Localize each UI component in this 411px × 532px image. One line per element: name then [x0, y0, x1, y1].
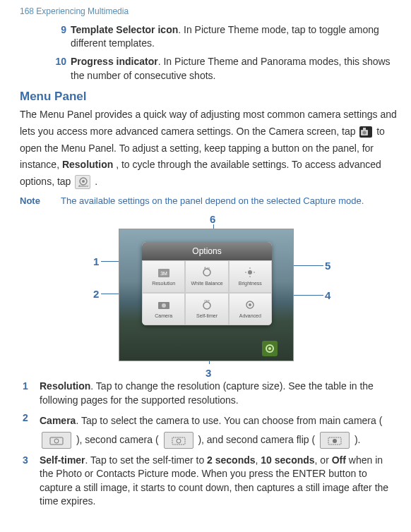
option-label: Resolution — [152, 280, 175, 287]
camera-screenshot: Options 3M Resolution Auto White Balance… — [119, 229, 294, 361]
svg-point-2 — [363, 131, 367, 135]
item-title: Self-timer — [40, 454, 85, 466]
text-seg: . Tap to select the camera to use. You c… — [76, 415, 382, 426]
svg-point-24 — [54, 439, 59, 443]
option-label: Camera — [155, 313, 172, 320]
self-timer-icon: OFF — [197, 298, 217, 311]
svg-text:OFF: OFF — [204, 299, 210, 303]
text-seg: . Tap to set the self-timer to — [85, 454, 207, 466]
item-number: 3 — [23, 454, 35, 509]
options-panel: Options 3M Resolution Auto White Balance… — [142, 242, 272, 325]
callout-2: 2 — [93, 286, 99, 301]
note-row: Note The available settings on the panel… — [20, 195, 397, 207]
list-item-10: 10 Progress indicator. In Picture Theme … — [20, 55, 397, 83]
item-number: 9 — [52, 23, 66, 51]
svg-text:Auto: Auto — [204, 266, 210, 270]
note-text: The available settings on the panel depe… — [61, 195, 397, 207]
resolution-icon: 3M — [154, 266, 174, 279]
callout-5: 5 — [325, 258, 330, 273]
item-text: Camera. Tap to select the camera to use.… — [40, 411, 397, 449]
svg-text:3M: 3M — [160, 271, 167, 276]
brightness-icon — [240, 266, 260, 279]
gear-button[interactable] — [262, 341, 278, 356]
list-item-2: 2 Camera. Tap to select the camera to us… — [20, 411, 397, 449]
second-camera-flip-icon — [320, 432, 350, 449]
svg-point-10 — [248, 270, 252, 274]
item-text: Resolution. Tap to change the resolution… — [40, 380, 397, 407]
menu-panel-icon — [359, 126, 372, 138]
list-item-3: 3 Self-timer. Tap to set the self-timer … — [20, 454, 397, 509]
item-title: Camera — [40, 415, 76, 426]
item-number: 10 — [52, 55, 66, 83]
svg-rect-1 — [363, 128, 366, 131]
option-label: Self-timer — [196, 313, 218, 320]
option-label: Brightness — [239, 280, 262, 287]
option-label: White Balance — [191, 280, 222, 287]
svg-point-16 — [162, 303, 166, 308]
second-camera-icon — [164, 432, 193, 449]
options-grid: 3M Resolution Auto White Balance Brightn… — [142, 260, 272, 325]
section-title-menu-panel: Menu Panel — [20, 88, 397, 105]
item-text: Progress indicator. In Picture Theme and… — [71, 55, 397, 83]
option-camera[interactable]: Camera — [142, 293, 185, 325]
figure-options-panel: 6 1 2 5 4 3 Options 3M Resolution Auto W… — [20, 210, 397, 380]
callout-4: 4 — [325, 288, 330, 303]
bold-off: Off — [332, 454, 346, 466]
list-item-1: 1 Resolution. Tap to change the resoluti… — [20, 380, 397, 407]
menu-panel-paragraph: The Menu Panel provides a quick way of a… — [20, 107, 397, 191]
text-segment: The Menu Panel provides a quick way of a… — [20, 109, 397, 137]
item-text: Self-timer. Tap to set the self-timer to… — [40, 454, 397, 509]
option-advanced[interactable]: Advanced — [229, 293, 272, 325]
camera-opt-icon — [154, 298, 174, 311]
item-title: Resolution — [40, 380, 90, 392]
svg-point-17 — [203, 302, 210, 309]
callout-1: 1 — [93, 254, 99, 269]
text-seg: ). — [355, 434, 361, 445]
svg-point-4 — [82, 180, 85, 183]
item-title: Progress indicator — [71, 56, 158, 67]
white-balance-icon: Auto — [197, 266, 217, 279]
resolution-word: Resolution — [62, 159, 113, 170]
note-label: Note — [20, 195, 61, 207]
item-text: Template Selector icon. In Picture Theme… — [71, 23, 397, 51]
option-self-timer[interactable]: OFF Self-timer — [185, 293, 228, 325]
advanced-opt-icon — [240, 298, 260, 311]
option-brightness[interactable]: Brightness — [229, 260, 272, 293]
list-item-9: 9 Template Selector icon. In Picture The… — [20, 23, 397, 51]
option-resolution[interactable]: 3M Resolution — [142, 260, 185, 293]
options-header: Options — [142, 242, 272, 260]
svg-point-26 — [177, 439, 181, 443]
item-title: Template Selector icon — [71, 24, 178, 35]
item-number: 1 — [23, 380, 35, 407]
item-number: 2 — [23, 411, 35, 449]
main-camera-icon — [42, 432, 71, 449]
bottom-bar — [119, 339, 293, 358]
bold-2s: 2 seconds — [207, 454, 255, 466]
option-white-balance[interactable]: Auto White Balance — [185, 260, 228, 293]
text-seg: ), second camera ( — [76, 434, 162, 445]
svg-point-22 — [268, 347, 271, 350]
svg-point-28 — [333, 439, 337, 443]
text-seg: , or — [315, 454, 332, 466]
svg-point-20 — [249, 303, 251, 306]
advanced-icon: Advanced — [75, 175, 90, 189]
text-segment: . — [95, 176, 97, 187]
bold-10s: 10 seconds — [261, 454, 314, 466]
gear-icon — [264, 343, 275, 354]
svg-text:Advanced: Advanced — [79, 185, 89, 188]
option-label: Advanced — [239, 313, 261, 320]
page-header: 168 Experiencing Multimedia — [20, 6, 397, 18]
svg-point-8 — [203, 269, 210, 276]
text-seg: ), and second camera flip ( — [198, 434, 318, 445]
callout-3: 3 — [206, 365, 211, 380]
